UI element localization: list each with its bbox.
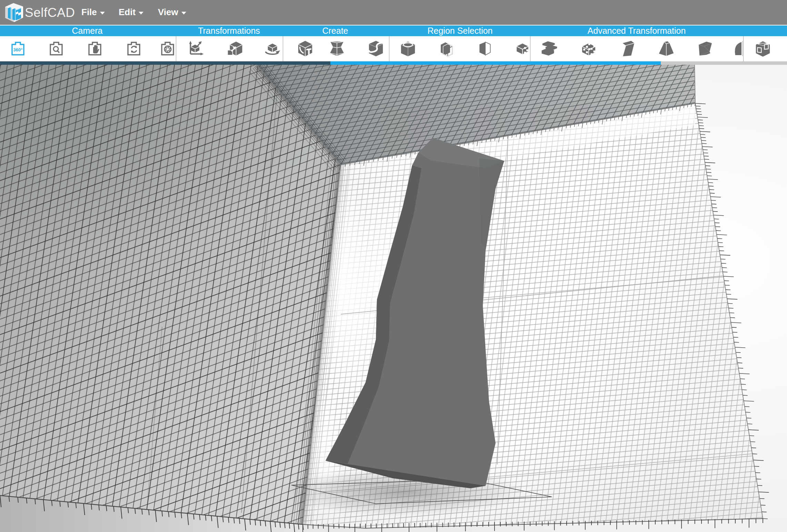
svg-text:360°: 360°: [13, 47, 23, 52]
